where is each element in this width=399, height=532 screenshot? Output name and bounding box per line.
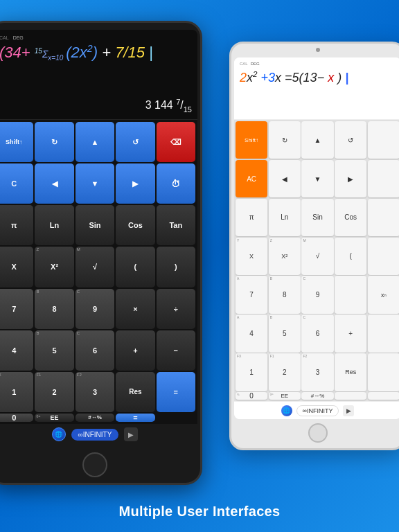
light-x-button[interactable]: YX [236, 238, 267, 275]
light-home-button[interactable] [308, 423, 328, 443]
light-display: CAL DEG 2x2 +3x =5(13− x ) | [234, 57, 399, 120]
light-xn-button[interactable]: xn [368, 276, 399, 313]
light-shift-button[interactable]: Shift↑ [236, 121, 267, 159]
light-deg-label: DEG [251, 62, 260, 66]
light-1-button[interactable]: FX1 [236, 353, 267, 391]
light-ee-button[interactable]: 0¹¹EE [269, 392, 301, 400]
dark-x-button[interactable]: YX [0, 247, 33, 287]
light-sqrt-button[interactable]: M√ [301, 238, 333, 275]
light-2-button[interactable]: F12 [269, 353, 301, 391]
light-r4c5 [368, 238, 399, 275]
light-r6c5 [368, 314, 399, 352]
light-8-button[interactable]: B8 [269, 276, 301, 313]
dark-minus-button[interactable]: − [157, 330, 195, 371]
dark-up-button[interactable]: ▲ [76, 122, 114, 162]
light-plus-button[interactable]: + [335, 314, 366, 352]
dark-globe-icon[interactable]: 🌐 [52, 427, 66, 441]
light-cal-deg-bar: CAL DEG [240, 62, 396, 66]
light-up-button[interactable]: ▲ [301, 121, 333, 159]
dark-tan-button[interactable]: Tan [157, 205, 195, 245]
light-5-button[interactable]: B5 [269, 314, 301, 352]
dark-hash-button[interactable]: #↔% [76, 414, 114, 422]
light-0-button[interactable]: %0 [236, 392, 267, 400]
dark-5-button[interactable]: B5 [35, 330, 73, 371]
dark-plus-button[interactable]: + [116, 330, 154, 371]
dark-clear-button[interactable]: C [0, 163, 33, 204]
light-7-button[interactable]: A7 [236, 276, 267, 313]
dark-8-button[interactable]: B8 [35, 289, 73, 329]
light-cos-button[interactable]: Cos [335, 199, 366, 236]
dark-4-button[interactable]: A4 [0, 330, 33, 371]
dark-history-button[interactable]: ⏱ [157, 163, 195, 204]
dark-shift-button[interactable]: Shift↑ [0, 122, 33, 162]
dark-sqrt-button[interactable]: M√ [76, 247, 114, 287]
dark-3-button[interactable]: F23 [76, 372, 114, 412]
dark-arrow-button[interactable]: ▶ [124, 427, 138, 441]
light-undo-button[interactable]: ↺ [335, 121, 366, 159]
light-down-button[interactable]: ▼ [301, 160, 333, 197]
dark-ln-button[interactable]: Ln [35, 205, 73, 245]
dark-infinity-badge[interactable]: ∞INFINITY [71, 429, 119, 441]
dark-rparen-button[interactable]: ) [157, 247, 195, 287]
light-globe-icon[interactable]: 🌐 [281, 405, 292, 416]
light-r8c5 [368, 392, 399, 400]
dark-res-button[interactable]: Res [116, 372, 154, 412]
dark-1-button[interactable]: FX1 [0, 372, 33, 412]
dark-sin-button[interactable]: Sin [76, 205, 114, 245]
light-r2c5 [368, 160, 399, 197]
dark-cal-label: CAL [0, 35, 9, 40]
light-r7c5 [368, 353, 399, 391]
dark-2-button[interactable]: F12 [35, 372, 73, 412]
dark-expression: (34+ 15Σx=10 (2x2) + 7/15 | [0, 42, 190, 64]
light-right-button[interactable]: ▶ [335, 160, 366, 197]
light-9-button[interactable]: C9 [301, 276, 333, 313]
light-button-grid: Shift↑ ↻ ▲ ↺ AC ◀ ▼ ▶ π Ln Sin Cos YX ZX… [234, 120, 399, 401]
dark-tablet: CAL DEG (34+ 15Σx=10 (2x2) + 7/15 | 3 14… [0, 21, 202, 485]
dark-x2-button[interactable]: ZX² [35, 247, 73, 287]
dark-ee-button[interactable]: 0¹¹EE [35, 414, 73, 422]
dark-equals2-button[interactable]: = [116, 414, 154, 422]
dark-lparen-button[interactable]: ( [116, 247, 154, 287]
light-sin-button[interactable]: Sin [301, 199, 333, 236]
dark-home-button[interactable] [82, 452, 107, 477]
light-ac-button[interactable]: AC [236, 160, 267, 197]
light-3-button[interactable]: F23 [301, 353, 333, 391]
light-tablet: CAL DEG 2x2 +3x =5(13− x ) | Shift↑ ↻ ▲ … [229, 42, 399, 450]
light-r5c4 [335, 276, 366, 313]
light-4-button[interactable]: A4 [236, 314, 267, 352]
dark-redo-button[interactable]: ↻ [35, 122, 73, 162]
light-cal-label: CAL [240, 62, 248, 66]
dark-mul-button[interactable]: × [116, 289, 154, 329]
dark-6-button[interactable]: C6 [76, 330, 114, 371]
dark-right-button[interactable]: ▶ [116, 163, 154, 204]
dark-cal-deg-bar: CAL DEG [0, 35, 190, 40]
dark-result: 3 144 7/15 [145, 98, 192, 114]
light-x2-button[interactable]: ZX² [269, 238, 301, 275]
light-infinity-badge[interactable]: ∞INFINITY [296, 405, 339, 416]
dark-pi-button[interactable]: π [0, 205, 33, 245]
light-redo-button[interactable]: ↻ [269, 121, 301, 159]
dark-7-button[interactable]: A7 [0, 289, 33, 329]
dark-cos-button[interactable]: Cos [116, 205, 154, 245]
dark-div-button[interactable]: ÷ [157, 289, 195, 329]
dark-backspace-button[interactable]: ⌫ [157, 122, 195, 162]
dark-0-button[interactable]: 0¹¹0 [0, 414, 33, 422]
light-r3c5 [368, 199, 399, 236]
light-left-button[interactable]: ◀ [269, 160, 301, 197]
light-pi-button[interactable]: π [236, 199, 267, 236]
light-hash-button[interactable]: #↔% [301, 392, 333, 400]
light-infinity-label: ∞INFINITY [303, 407, 333, 414]
dark-deg-label: DEG [13, 35, 24, 40]
dark-infinity-bar: 🌐 ∞INFINITY ▶ [0, 424, 197, 445]
light-ln-button[interactable]: Ln [269, 199, 301, 236]
light-6-button[interactable]: C6 [301, 314, 333, 352]
dark-down-button[interactable]: ▼ [76, 163, 114, 204]
dark-9-button[interactable]: C9 [76, 289, 114, 329]
light-res-button[interactable]: Res [335, 353, 366, 391]
dark-undo-button[interactable]: ↺ [116, 122, 154, 162]
subtitle-text: Multiple User Interfaces [0, 504, 399, 520]
dark-equals1-button[interactable]: = [157, 372, 195, 412]
dark-left-button[interactable]: ◀ [35, 163, 73, 204]
light-arrow-button[interactable]: ▶ [343, 405, 354, 416]
light-lparen-button[interactable]: ( [335, 238, 366, 275]
